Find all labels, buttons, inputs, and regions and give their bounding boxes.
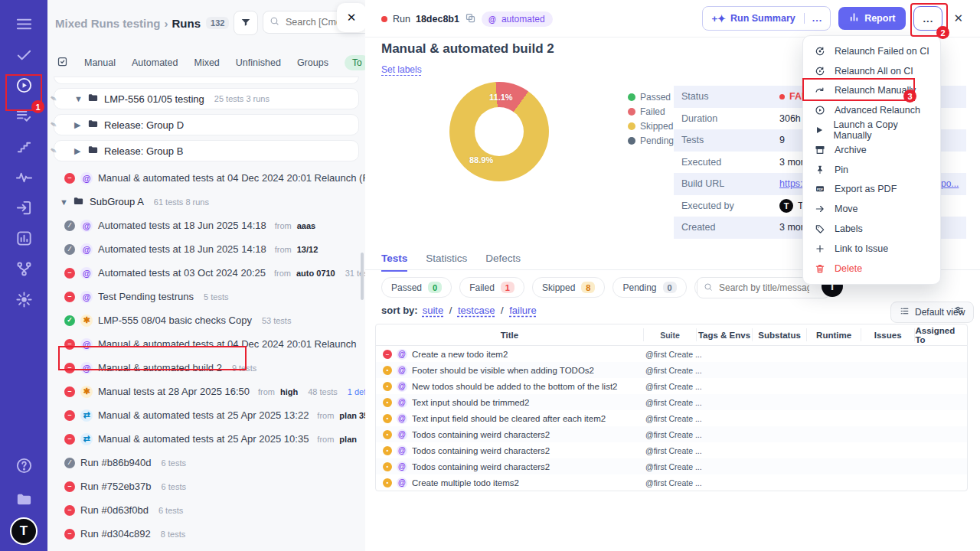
breadcrumb-section[interactable]: Runs	[172, 17, 201, 30]
run-row[interactable]: –Run #752eb37b6 tests	[47, 474, 365, 498]
run-row[interactable]: –Run #0d63f0bd6 tests	[47, 498, 365, 522]
column-header-assigned-to[interactable]: Assigned To	[915, 328, 967, 341]
legend-dot	[628, 108, 635, 116]
run-row[interactable]: –Run #d304c8928 tests	[47, 522, 365, 546]
table-row[interactable]: •@Text input should be trimmed2@first Cr…	[376, 394, 967, 410]
table-row[interactable]: •@New todos should be added to the botto…	[376, 378, 967, 394]
run-row[interactable]: –⇄Manual & automated tests at 25 Apr 202…	[47, 403, 365, 427]
sidebar-item-signin[interactable]	[7, 193, 41, 225]
menu-item-archive[interactable]: Archive	[803, 140, 940, 160]
run-tag-badge[interactable]: @automated	[482, 11, 553, 27]
close-icon[interactable]: ✕	[950, 10, 966, 27]
sidebar-item-bar-chart[interactable]	[7, 223, 41, 256]
run-row[interactable]: –@Manual & automated tests at 04 Dec 202…	[47, 166, 365, 190]
sidebar-item-steps[interactable]	[7, 132, 41, 164]
folder-row[interactable]: ✒▶Release: Group B	[54, 140, 359, 161]
table-row[interactable]: –@Create a new todo item2@first Create .…	[376, 346, 967, 362]
filter-pill-passed[interactable]: Passed0	[381, 277, 452, 298]
menu-item-delete[interactable]: Delete	[803, 259, 940, 279]
run-row[interactable]: –⇄Manual & automated tests at 25 Apr 202…	[47, 427, 365, 451]
table-row[interactable]: •@Todos containing weird characters2@fir…	[376, 442, 967, 458]
run-meta: 6 tests	[162, 482, 186, 491]
scrollbar-thumb[interactable]	[361, 253, 364, 300]
chevron-right-icon[interactable]: ▶	[74, 146, 82, 156]
runs-tab-groups[interactable]: Groups	[297, 57, 328, 68]
build-url-tail[interactable]: po...	[941, 173, 959, 195]
column-header-title[interactable]: Title	[376, 328, 644, 341]
defects-link[interactable]: 1 defects	[348, 387, 365, 396]
filter-pill-pending[interactable]: Pending0	[612, 277, 686, 298]
menu-item-advanced-relaunch[interactable]: Advanced Relaunch	[803, 100, 940, 120]
runs-tab-mixed[interactable]: Mixed	[194, 57, 219, 68]
column-header-runtime[interactable]: Runtime	[807, 328, 861, 341]
sidebar-item-folder[interactable]	[7, 484, 41, 517]
run-summary-button[interactable]: +✦Run Summary ...	[702, 6, 831, 31]
run-row[interactable]: –✱Manual tests at 28 Apr 2025 16:50fromh…	[47, 380, 365, 403]
filter-pill-skipped[interactable]: Skipped8	[532, 277, 606, 298]
menu-item-export-as-pdf[interactable]: PDFExport as PDF	[803, 180, 940, 200]
table-row[interactable]: •@Footer should be visible when adding T…	[376, 362, 967, 378]
column-header-suite[interactable]: Suite	[644, 328, 697, 341]
run-summary-more-button[interactable]: ...	[804, 13, 830, 24]
folder-row[interactable]: ✒▼LMP-556 01/05 testing25 tests 3 runs	[54, 88, 359, 109]
runs-tab-unfinished[interactable]: Unfinished	[236, 57, 281, 68]
copy-icon[interactable]	[465, 12, 476, 26]
filter-button[interactable]	[234, 11, 258, 35]
status-failed-icon: –	[64, 292, 75, 302]
run-row[interactable]: ⁄@Automated tests at 18 Jun 2025 14:18fr…	[47, 214, 365, 237]
folder-row[interactable]: ✒▶Release: Group D	[54, 114, 359, 135]
tests-search-input[interactable]	[717, 282, 811, 294]
menu-item-label: Launch a Copy Manually	[834, 119, 929, 141]
chevron-down-icon[interactable]: ▼	[60, 197, 67, 207]
sidebar-item-menu[interactable]	[7, 9, 41, 41]
sidebar-item-check[interactable]	[7, 40, 41, 72]
report-button[interactable]: Report	[838, 7, 906, 30]
sort-link-testcase[interactable]: testcase	[458, 305, 495, 316]
menu-item-launch-a-copy-manually[interactable]: Launch a Copy Manually	[803, 120, 940, 140]
run-row[interactable]: –@Test Pending testruns5 tests	[47, 285, 365, 308]
status-canceled-icon: ⁄	[64, 220, 75, 231]
menu-item-link-to-issue[interactable]: Link to Issue	[803, 239, 940, 259]
run-row[interactable]: –@Automated tests at 03 Oct 2024 20:25fr…	[47, 261, 365, 285]
column-header-substatus[interactable]: Substatus	[753, 328, 808, 341]
sort-link-failure[interactable]: failure	[509, 305, 536, 316]
runs-tab-pill[interactable]: To	[345, 55, 366, 70]
table-row[interactable]: •@Text input field should be cleared aft…	[376, 410, 967, 426]
menu-item-relaunch-failed-on-ci[interactable]: Relaunch Failed on CI	[803, 41, 940, 61]
table-row[interactable]: •@Create multiple todo items2@first Crea…	[376, 474, 967, 491]
pin-icon[interactable]: ✒	[47, 118, 60, 131]
menu-item-pin[interactable]: Pin	[803, 160, 940, 180]
run-row[interactable]: –Run #26d301455 tests	[47, 546, 365, 551]
sidebar-item-help[interactable]	[7, 450, 41, 484]
pin-icon[interactable]: ✒	[47, 144, 60, 157]
filter-pill-failed[interactable]: Failed1	[459, 277, 524, 298]
panel-close-button[interactable]: ✕	[337, 3, 366, 32]
column-header-tags-envs[interactable]: Tags & Envs	[697, 328, 753, 341]
funnel-icon	[240, 17, 251, 30]
sidebar-item-gear[interactable]	[7, 285, 41, 317]
menu-item-labels[interactable]: Labels	[803, 219, 940, 239]
runs-tab-manual[interactable]: Manual	[84, 57, 116, 68]
pin-icon[interactable]: ✒	[47, 92, 60, 105]
sort-link-suite[interactable]: suite	[423, 305, 443, 316]
set-labels-link[interactable]: Set labels	[381, 64, 422, 75]
column-header-issues[interactable]: Issues	[861, 328, 916, 341]
table-row[interactable]: •@Todos containing weird characters2@fir…	[376, 426, 967, 442]
chevron-right-icon[interactable]: ▶	[74, 120, 82, 130]
from-value: high	[280, 387, 298, 396]
brand-logo[interactable]: T	[10, 517, 38, 545]
menu-item-move[interactable]: Move	[803, 199, 940, 219]
folder-row[interactable]: ▼SubGroup A61 tests 8 runs	[47, 190, 365, 214]
select-runs-icon[interactable]	[57, 56, 68, 70]
sidebar-item-git-branch[interactable]	[7, 254, 41, 286]
column-settings-icon[interactable]	[953, 305, 965, 318]
run-row[interactable]: ✓✱LMP-555 08/04 basic checks Copy53 test…	[47, 308, 365, 332]
chevron-down-icon[interactable]: ▼	[74, 94, 82, 103]
breadcrumb-project[interactable]: Mixed Runs testing	[55, 17, 161, 30]
sidebar-item-pulse[interactable]	[7, 162, 41, 194]
run-row[interactable]: ⁄@Automated tests at 18 Jun 2025 14:18fr…	[47, 237, 365, 261]
runs-tab-automated[interactable]: Automated	[132, 57, 178, 68]
run-row[interactable]: ⁄Run #b86b940d6 tests	[47, 451, 365, 474]
table-row[interactable]: •@Todos containing weird characters2@fir…	[376, 458, 967, 474]
automated-icon: @	[397, 349, 407, 360]
